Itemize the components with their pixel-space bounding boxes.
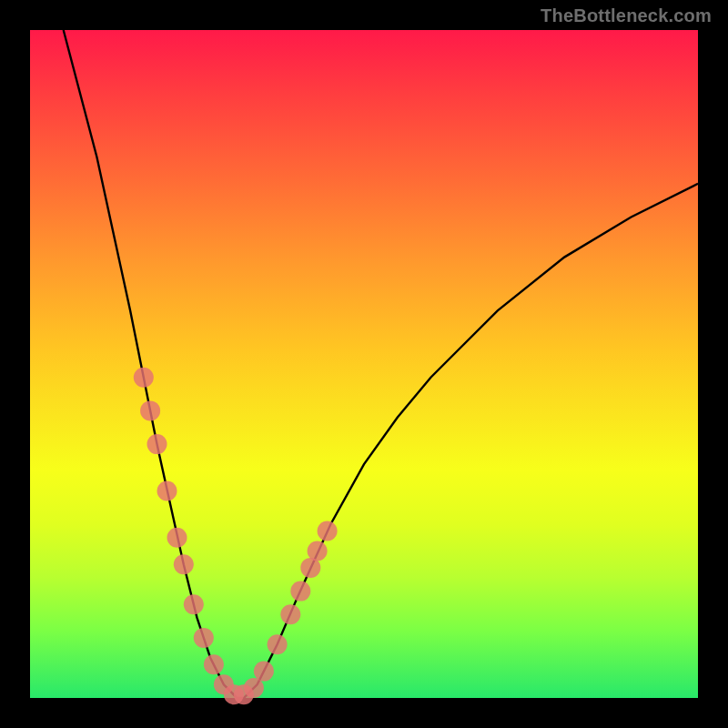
marker-dot	[194, 628, 214, 648]
marker-dot	[147, 434, 167, 454]
marker-dot	[134, 368, 154, 388]
marker-dot	[140, 400, 160, 420]
marker-dot	[167, 528, 187, 548]
marker-dot	[318, 521, 338, 541]
marker-dot	[268, 634, 288, 654]
chart-svg	[30, 30, 698, 698]
marker-dot	[280, 604, 300, 624]
marker-group	[134, 368, 338, 705]
chart-frame: TheBottleneck.com	[0, 0, 728, 728]
marker-dot	[244, 678, 264, 698]
marker-dot	[184, 594, 204, 614]
marker-dot	[290, 581, 310, 602]
marker-dot	[308, 541, 328, 561]
marker-dot	[174, 554, 194, 574]
marker-dot	[157, 481, 177, 501]
watermark-text: TheBottleneck.com	[541, 5, 712, 26]
bottleneck-curve	[64, 30, 698, 698]
marker-dot	[254, 662, 274, 682]
marker-dot	[204, 654, 224, 674]
